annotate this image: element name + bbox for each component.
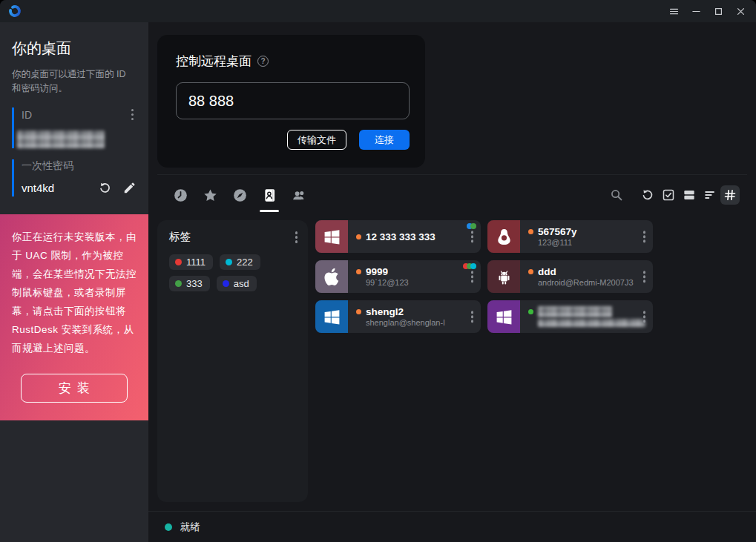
peer-status-dot [528, 309, 533, 314]
tag-pill[interactable]: 1111 [169, 254, 213, 270]
peer-hostname: 99`12@123 [356, 278, 461, 287]
peer-name: ddd [538, 266, 556, 277]
refresh-password-button[interactable] [98, 181, 112, 195]
peer-os-icon [487, 220, 520, 253]
card-view-button[interactable] [679, 185, 700, 205]
one-time-password-value: vnt4kd [22, 182, 54, 194]
peer-card[interactable]: 567567y 123@111 [487, 220, 653, 253]
peer-menu-button[interactable] [470, 229, 476, 244]
control-remote-desktop-card: 控制远程桌面 传输文件 连接 [157, 35, 425, 168]
clock-icon [173, 188, 188, 203]
refresh-icon [98, 181, 112, 195]
peer-hostname: shenglan@shenglan-l [356, 318, 461, 327]
close-button[interactable] [729, 1, 752, 21]
compass-icon [232, 188, 248, 203]
connect-button[interactable]: 连接 [359, 130, 410, 150]
tag-pill[interactable]: 333 [169, 276, 210, 291]
minimize-button[interactable] [685, 1, 707, 21]
sort-icon [703, 188, 717, 202]
grid-view-button[interactable] [720, 185, 740, 205]
hamburger-icon [668, 5, 680, 18]
card-view-icon [682, 188, 697, 202]
peer-os-icon [315, 300, 348, 333]
refresh-peers-button[interactable] [637, 185, 658, 205]
peer-info: shengl2 shenglan@shenglan-l [348, 300, 481, 333]
peer-menu-button[interactable] [642, 309, 648, 324]
peer-info: 12 333 333 333 [348, 220, 481, 253]
apple-logo-icon [322, 267, 342, 287]
peer-card[interactable]: shengl2 shenglan@shenglan-l [315, 300, 481, 333]
peer-name: 9999 [366, 266, 388, 277]
id-label: ID [22, 109, 32, 121]
tab-favorites[interactable] [195, 185, 225, 205]
tags-menu-button[interactable] [294, 230, 300, 245]
peer-os-icon [315, 260, 348, 293]
peer-hostname: android@Redmi-M2007J3SC [528, 278, 634, 287]
close-icon [734, 5, 747, 18]
grid-hash-icon [723, 188, 737, 202]
address-book-icon [262, 188, 277, 203]
install-button[interactable]: 安装 [21, 374, 128, 403]
sort-button[interactable] [700, 185, 720, 205]
peer-tag-dots [465, 263, 476, 269]
peer-menu-button[interactable] [642, 229, 648, 244]
search-icon [609, 188, 624, 202]
peer-menu-button[interactable] [642, 269, 648, 284]
peer-hostname [538, 319, 645, 327]
tags-panel: 标签 1111 222 333 asd [157, 220, 308, 502]
windows-logo-icon [494, 307, 514, 327]
peer-info: 567567y 123@111 [520, 220, 653, 253]
your-desktop-description: 你的桌面可以通过下面的 ID 和密码访问。 [12, 67, 137, 96]
peer-card[interactable] [487, 300, 653, 333]
windows-logo-icon [322, 307, 342, 327]
tag-color-dot [175, 280, 182, 287]
uac-warning-text: 你正在运行未安装版本，由于 UAC 限制，作为被控端，会在某些情况下无法控制鼠标… [12, 228, 137, 357]
peer-tag-dots [469, 223, 476, 229]
window-menu-button[interactable] [663, 1, 685, 21]
peer-info: ddd android@Redmi-M2007J3SC [520, 260, 653, 293]
rustdesk-logo-icon [7, 4, 22, 19]
maximize-icon [712, 5, 725, 18]
tag-pill[interactable]: asd [217, 276, 257, 291]
id-menu-button[interactable] [130, 108, 136, 122]
peer-card[interactable]: ddd android@Redmi-M2007J3SC [487, 260, 653, 293]
peer-os-icon [315, 220, 348, 253]
tag-label: asd [234, 278, 249, 289]
tag-pill[interactable]: 222 [220, 254, 260, 270]
peer-menu-button[interactable] [470, 269, 476, 284]
peer-status-dot [528, 269, 533, 274]
remote-id-input[interactable] [176, 82, 410, 119]
peer-status-dot [356, 309, 361, 314]
main-area: 控制远程桌面 传输文件 连接 [148, 22, 756, 542]
peer-card[interactable]: 9999 99`12@123 [315, 260, 481, 293]
peer-name: 12 333 333 333 [366, 231, 435, 242]
password-section: 一次性密码 vnt4kd [12, 159, 137, 196]
tag-color-dot [223, 280, 229, 287]
sidebar: 你的桌面 你的桌面可以通过下面的 ID 和密码访问。 ID 一次性密码 vnt4… [0, 22, 148, 542]
edit-password-button[interactable] [122, 181, 137, 195]
peer-os-icon [487, 300, 520, 333]
minimize-icon [690, 5, 703, 18]
star-icon [203, 188, 218, 203]
one-time-password-label: 一次性密码 [22, 159, 73, 173]
maximize-button[interactable] [707, 1, 729, 21]
tab-recent-sessions[interactable] [165, 185, 195, 205]
tab-address-book[interactable] [254, 185, 284, 205]
search-button[interactable] [606, 185, 627, 205]
help-icon[interactable] [257, 56, 269, 67]
pencil-icon [122, 181, 137, 195]
peer-status-dot [356, 269, 361, 274]
peer-card[interactable]: 12 333 333 333 [315, 220, 481, 253]
transfer-file-button[interactable]: 传输文件 [287, 130, 346, 150]
titlebar [0, 0, 756, 22]
peer-hostname: 123@111 [528, 238, 634, 247]
select-peers-button[interactable] [658, 185, 679, 205]
tab-group[interactable] [284, 185, 314, 205]
tab-discovered[interactable] [225, 185, 254, 205]
peer-menu-button[interactable] [470, 309, 476, 324]
statusbar: 就绪 [148, 511, 756, 542]
peer-info [520, 300, 653, 333]
windows-logo-icon [322, 227, 342, 247]
peer-name: 567567y [538, 226, 577, 237]
tags-title: 标签 [169, 230, 191, 244]
